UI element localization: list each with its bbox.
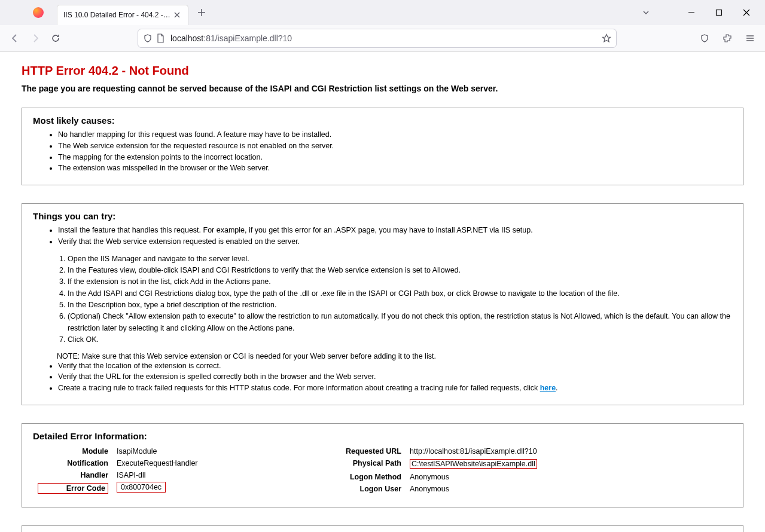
value-errorcode: 0x800704ec [117, 482, 166, 493]
moreinfo-panel: More Information: This error occurs when… [22, 525, 743, 532]
close-window-button[interactable] [733, 2, 760, 23]
list-item: Verify that the Web service extension re… [58, 236, 732, 247]
list-item: No handler mapping for this request was … [58, 129, 732, 140]
note-text: NOTE: Make sure that this Web service ex… [57, 352, 732, 360]
back-button[interactable] [5, 28, 25, 48]
list-item: (Optional) Check "Allow extension path t… [68, 311, 732, 334]
menu-icon[interactable] [740, 28, 760, 48]
firefox-logo-icon [33, 7, 44, 18]
causes-panel: Most likely causes: No handler mapping f… [22, 108, 743, 185]
details-right-table: Requested URLhttp://localhost:81/isapiEx… [308, 445, 542, 496]
document-icon [156, 33, 164, 43]
label-requrl: Requested URL [309, 446, 405, 457]
page-content: HTTP Error 404.2 - Not Found The page yo… [0, 52, 765, 532]
chevron-down-icon[interactable] [632, 2, 660, 23]
pocket-icon[interactable] [694, 28, 715, 48]
label-logonuser: Logon User [309, 484, 405, 495]
label-errorcode: Error Code [41, 484, 105, 493]
list-item: If the extension is not in the list, cli… [68, 276, 732, 288]
details-left-table: ModuleIsapiModule NotificationExecuteReq… [33, 445, 284, 496]
bookmark-star-icon[interactable] [602, 33, 611, 43]
value-logonmethod: Anonymous [406, 472, 541, 482]
list-item: Create a tracing rule to track failed re… [58, 383, 732, 394]
new-tab-button[interactable] [193, 4, 210, 21]
value-module: IsapiModule [113, 446, 283, 457]
label-path: Physical Path [309, 458, 405, 470]
list-item: Open the IIS Manager and navigate to the… [68, 253, 732, 265]
list-item: The extension was misspelled in the brow… [58, 163, 732, 174]
try-panel: Things you can try: Install the feature … [22, 203, 743, 405]
forward-button[interactable] [25, 28, 45, 48]
list-item: Verify that the location of the extensio… [58, 360, 732, 372]
label-handler: Handler [34, 470, 112, 481]
reload-button[interactable] [45, 28, 66, 48]
list-item: In the Description box, type a brief des… [68, 299, 732, 311]
list-item: Click OK. [68, 334, 732, 346]
svg-rect-0 [717, 10, 722, 16]
error-subtitle: The page you are requesting cannot be se… [22, 84, 743, 93]
tab-title: IIS 10.0 Detailed Error - 404.2 - Not F [63, 11, 172, 19]
value-path: C:\testISAPIWebsite\isapiExample.dll [410, 459, 537, 469]
label-notification: Notification [34, 458, 112, 469]
value-logonuser: Anonymous [406, 484, 541, 495]
value-requrl: http://localhost:81/isapiExample.dll?10 [406, 446, 541, 457]
list-item: In the Features view, double-click ISAPI… [68, 265, 732, 276]
toolbar: localhost:81/isapiExample.dll?10 [0, 25, 765, 51]
value-handler: ISAPI-dll [113, 470, 283, 481]
tab-bar: IIS 10.0 Detailed Error - 404.2 - Not F [0, 0, 765, 25]
list-item: Install the feature that handles this re… [58, 225, 732, 236]
list-item: The Web service extension for the reques… [58, 140, 732, 152]
shield-icon [143, 33, 153, 43]
extensions-icon[interactable] [717, 28, 737, 48]
label-module: Module [34, 446, 112, 457]
url-text: localhost:81/isapiExample.dll?10 [170, 33, 602, 43]
url-bar[interactable]: localhost:81/isapiExample.dll?10 [138, 29, 617, 48]
try-heading: Things you can try: [33, 211, 732, 221]
value-notification: ExecuteRequestHandler [113, 458, 283, 469]
causes-list: No handler mapping for this request was … [58, 129, 732, 174]
close-icon[interactable] [172, 10, 182, 20]
minimize-button[interactable] [678, 2, 705, 23]
list-item: In the Add ISAPI and CGI Restrictions di… [68, 288, 732, 299]
try-list: Install the feature that handles this re… [58, 225, 732, 247]
maximize-button[interactable] [705, 2, 733, 23]
steps-list: Open the IIS Manager and navigate to the… [68, 253, 732, 346]
label-logonmethod: Logon Method [309, 472, 405, 482]
try-list-2: Verify that the location of the extensio… [58, 360, 732, 394]
error-title: HTTP Error 404.2 - Not Found [22, 64, 743, 78]
causes-heading: Most likely causes: [33, 115, 732, 126]
browser-chrome: IIS 10.0 Detailed Error - 404.2 - Not F [0, 0, 765, 52]
details-heading: Detailed Error Information: [33, 431, 732, 441]
list-item: Verify that the URL for the extension is… [58, 371, 732, 383]
browser-tab[interactable]: IIS 10.0 Detailed Error - 404.2 - Not F [57, 5, 188, 25]
details-panel: Detailed Error Information: ModuleIsapiM… [22, 423, 743, 507]
here-link[interactable]: here [540, 384, 556, 392]
list-item: The mapping for the extension points to … [58, 152, 732, 163]
